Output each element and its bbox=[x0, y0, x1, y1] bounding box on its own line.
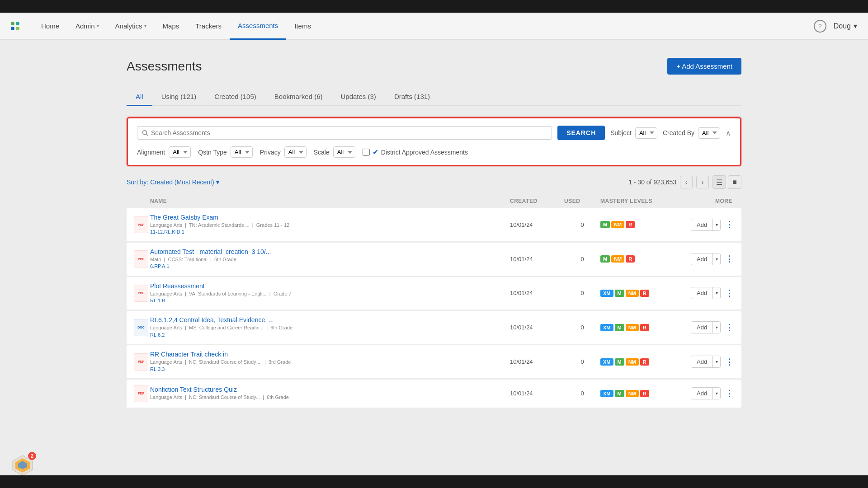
logo[interactable] bbox=[11, 22, 19, 30]
more-options-button[interactable]: ⋮ bbox=[723, 254, 736, 264]
add-chevron-button[interactable]: ▾ bbox=[712, 322, 721, 333]
assessment-link[interactable]: RI.6.1,2,4 Central Idea, Textual Evidenc… bbox=[150, 316, 503, 324]
row-used: 0 bbox=[564, 221, 600, 228]
add-chevron-button[interactable]: ▾ bbox=[712, 219, 721, 230]
table-row: PDF The Great Gatsby Exam Language Arts … bbox=[127, 208, 741, 242]
row-name-cell: RR Character Trait check in Language Art… bbox=[150, 351, 510, 373]
list-view-button[interactable]: ☰ bbox=[712, 175, 726, 189]
tab-updates[interactable]: Updates (3) bbox=[332, 88, 385, 106]
mastery-badge-xm: XM bbox=[600, 324, 613, 331]
mastery-badges: XMMNMR bbox=[600, 290, 691, 297]
add-chevron-button[interactable]: ▾ bbox=[712, 388, 721, 399]
add-main-button[interactable]: Add bbox=[691, 388, 712, 399]
mastery-badge-nm: NM bbox=[611, 221, 624, 228]
qstn-type-select[interactable]: All bbox=[231, 146, 253, 158]
user-chevron: ▾ bbox=[854, 22, 857, 30]
logo-dot-3 bbox=[11, 27, 14, 30]
add-main-button[interactable]: Add bbox=[691, 219, 712, 230]
nav-trackers[interactable]: Trackers bbox=[187, 13, 230, 40]
collapse-button[interactable]: ∧ bbox=[726, 129, 731, 137]
mastery-badge-nm: NM bbox=[626, 358, 639, 366]
district-checkbox[interactable] bbox=[363, 149, 370, 156]
user-menu[interactable]: Doug ▾ bbox=[834, 22, 857, 30]
more-options-button[interactable]: ⋮ bbox=[723, 323, 736, 333]
mastery-badge-r: R bbox=[626, 221, 635, 228]
doc-icon: PDF bbox=[134, 285, 148, 302]
add-assessment-button[interactable]: + Add Assessment bbox=[667, 58, 741, 75]
tab-bookmarked[interactable]: Bookmarked (6) bbox=[265, 88, 332, 106]
mastery-badge-m: M bbox=[615, 358, 624, 366]
more-options-button[interactable]: ⋮ bbox=[723, 357, 736, 367]
analytics-chevron: ▾ bbox=[144, 23, 146, 28]
subject-select[interactable]: All bbox=[635, 127, 657, 139]
add-dropdown: Add ▾ bbox=[691, 321, 721, 333]
prev-page-button[interactable]: ‹ bbox=[680, 176, 693, 188]
mastery-badge-r: R bbox=[640, 358, 649, 366]
sort-value[interactable]: Created (Most Recent) ▾ bbox=[150, 178, 219, 186]
grid-view-button[interactable]: ■ bbox=[728, 175, 741, 189]
district-approved-filter: ✔ District Approved Assessments bbox=[363, 148, 468, 156]
tab-drafts[interactable]: Drafts (131) bbox=[385, 88, 439, 106]
nav-admin[interactable]: Admin ▾ bbox=[67, 13, 107, 40]
add-main-button[interactable]: Add bbox=[691, 322, 712, 333]
results-count: 1 - 30 of 923,653 ‹ › ☰ ■ bbox=[628, 175, 741, 189]
add-chevron-button[interactable]: ▾ bbox=[712, 253, 721, 265]
assessment-link[interactable]: Nonfiction Text Structures Quiz bbox=[150, 386, 503, 393]
alignment-filter: Alignment All bbox=[137, 146, 191, 158]
doc-icon: PDF bbox=[134, 216, 148, 233]
page-header: Assessments + Add Assessment bbox=[127, 58, 741, 75]
privacy-label: Privacy bbox=[260, 149, 281, 156]
table-row: PDF Automated Test - material_creation_3… bbox=[127, 243, 741, 276]
search-button[interactable]: SEARCH bbox=[557, 126, 605, 140]
mastery-badges: XMMNMR bbox=[600, 390, 691, 397]
mastery-badge-r: R bbox=[626, 255, 635, 263]
nav-analytics[interactable]: Analytics ▾ bbox=[107, 13, 155, 40]
table-row: DOC RI.6.1,2,4 Central Idea, Textual Evi… bbox=[127, 311, 741, 344]
standard-code: 6.RP.A.1 bbox=[150, 263, 503, 270]
add-main-button[interactable]: Add bbox=[691, 253, 712, 265]
add-dropdown: Add ▾ bbox=[691, 387, 721, 399]
nav-items[interactable]: Items bbox=[286, 13, 319, 40]
mastery-badge-xm: XM bbox=[600, 290, 613, 297]
privacy-select[interactable]: All bbox=[284, 146, 307, 158]
add-main-button[interactable]: Add bbox=[691, 356, 712, 367]
mastery-badge-xm: XM bbox=[600, 358, 613, 366]
search-input[interactable] bbox=[151, 129, 547, 136]
nav-assessments[interactable]: Assessments bbox=[230, 13, 286, 40]
mastery-badges: XMMNMR bbox=[600, 358, 691, 366]
tab-using[interactable]: Using (121) bbox=[152, 88, 206, 106]
page-title: Assessments bbox=[127, 59, 202, 74]
scale-select[interactable]: All bbox=[333, 146, 355, 158]
created-by-select[interactable]: All bbox=[698, 127, 720, 139]
row-meta: Language Arts | TN: Academic Standards .… bbox=[150, 222, 503, 229]
tab-created[interactable]: Created (105) bbox=[205, 88, 265, 106]
assessment-link[interactable]: The Great Gatsby Exam bbox=[150, 214, 503, 221]
admin-chevron: ▾ bbox=[97, 23, 99, 28]
doc-icon: PDF bbox=[134, 385, 148, 402]
add-chevron-button[interactable]: ▾ bbox=[712, 287, 721, 299]
more-options-button[interactable]: ⋮ bbox=[723, 389, 736, 399]
nav-home[interactable]: Home bbox=[33, 13, 67, 40]
add-chevron-button[interactable]: ▾ bbox=[712, 356, 721, 367]
more-options-button[interactable]: ⋮ bbox=[723, 220, 736, 230]
tab-all[interactable]: All bbox=[127, 88, 152, 106]
row-icon: DOC bbox=[132, 319, 150, 336]
bottom-logo[interactable]: 2 bbox=[11, 454, 34, 477]
next-page-button[interactable]: › bbox=[696, 176, 709, 188]
assessment-link[interactable]: RR Character Trait check in bbox=[150, 351, 503, 358]
help-button[interactable]: ? bbox=[814, 20, 826, 33]
row-icon: PDF bbox=[132, 216, 150, 233]
svg-line-1 bbox=[146, 134, 148, 136]
alignment-select[interactable]: All bbox=[169, 146, 191, 158]
search-input-wrap bbox=[137, 126, 552, 140]
row-used: 0 bbox=[564, 390, 600, 397]
navbar: Home Admin ▾ Analytics ▾ Maps Trackers A… bbox=[0, 13, 868, 40]
logo-dot-1 bbox=[11, 22, 14, 25]
assessment-link[interactable]: Automated Test - material_creation_3 10/… bbox=[150, 248, 503, 255]
assessment-link[interactable]: Plot Reassessment bbox=[150, 282, 503, 290]
add-main-button[interactable]: Add bbox=[691, 287, 712, 299]
more-options-button[interactable]: ⋮ bbox=[723, 288, 736, 298]
standard-code: RL.3.3 bbox=[150, 366, 503, 373]
nav-maps[interactable]: Maps bbox=[155, 13, 188, 40]
row-used: 0 bbox=[564, 256, 600, 263]
